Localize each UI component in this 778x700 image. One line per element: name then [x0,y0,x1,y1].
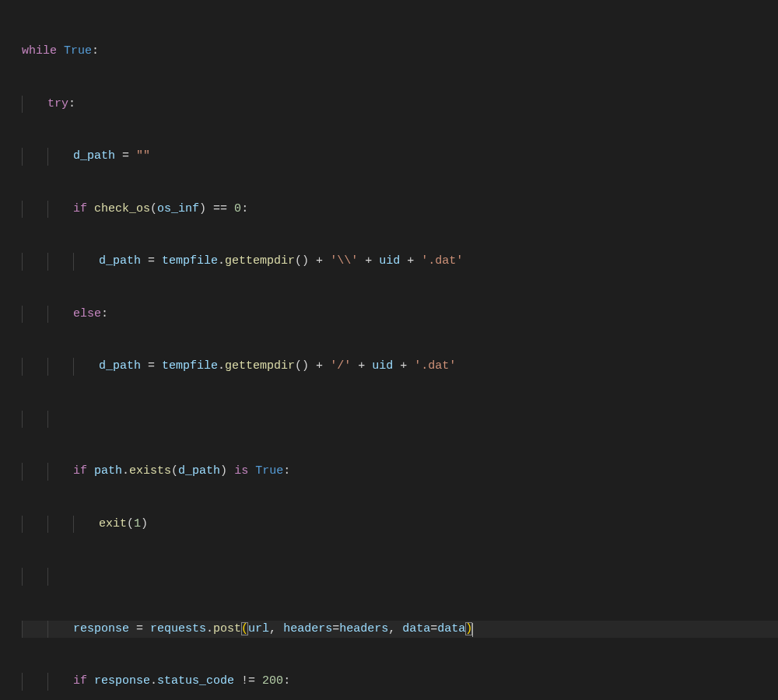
matched-open-paren: ( [241,622,248,635]
code-line: d_path = tempfile.gettempdir() + '/' + u… [22,358,778,376]
code-line: if check_os(os_inf) == 0: [22,201,778,219]
blank-line [22,411,778,429]
code-editor[interactable]: while True: try: d_path = "" if check_os… [0,0,778,700]
keyword-try: try [47,97,68,110]
code-line-current: response = requests.post(url, headers=he… [22,621,778,639]
keyword-while: while [22,44,57,58]
code-line: else: [22,306,778,324]
blank-line [22,568,778,586]
code-line: try: [22,96,778,114]
text-cursor [472,623,473,637]
code-line: while True: [22,43,778,61]
code-line: d_path = "" [22,148,778,166]
code-line: d_path = tempfile.gettempdir() + '\\' + … [22,253,778,271]
code-line: exit(1) [22,516,778,534]
matched-close-paren: ) [465,622,472,635]
keyword-true: True [64,44,92,58]
code-line: if path.exists(d_path) is True: [22,463,778,481]
code-line: if response.status_code != 200: [22,673,778,691]
